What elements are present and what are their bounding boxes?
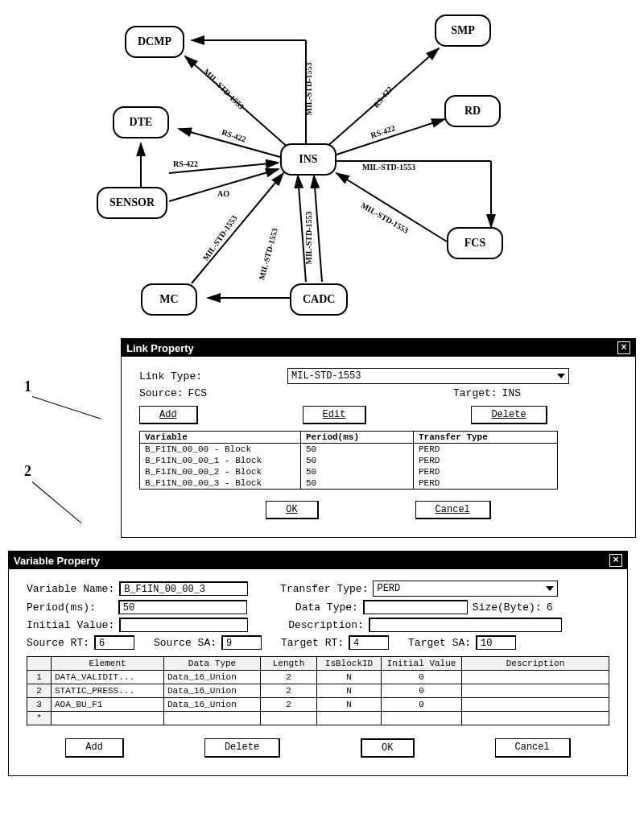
size-label: Size(Byte):	[473, 601, 542, 614]
network-diagram: DCMP SMP DTE RD INS SENSOR FCS MC CADC M…	[0, 0, 644, 338]
node-cadc: CADC	[290, 283, 348, 316]
transfer-combo[interactable]: PERD	[373, 581, 558, 597]
edge-cadc-mc: MIL-STD-1553	[257, 227, 279, 281]
list-item[interactable]: B_F1IN_00_00_2 - Block 50 PERD	[140, 466, 557, 477]
source-label: Source:	[139, 387, 184, 399]
node-fcs: FCS	[447, 227, 503, 259]
transfer-label: Transfer Type:	[280, 583, 368, 595]
link-property-dialog: Link Property × Link Type: MIL-STD-1553 …	[121, 338, 636, 538]
transfer-value: PERD	[377, 583, 400, 594]
add-button[interactable]: Add	[65, 738, 124, 758]
initval-label: Initial Value:	[27, 619, 114, 631]
link-property-title: Link Property	[126, 342, 194, 354]
ok-button[interactable]: OK	[361, 738, 414, 758]
table-row[interactable]: 2 STATIC_PRESS... Data_16_Union 2 N 0	[27, 684, 609, 698]
col-transfer: Transfer Type	[414, 432, 543, 443]
annotation-2-line	[32, 481, 82, 523]
target-label: Target:	[453, 387, 497, 399]
link-type-label: Link Type:	[139, 370, 202, 382]
period-input[interactable]: 50	[118, 600, 247, 614]
cancel-button[interactable]: Cancel	[495, 738, 571, 758]
table-row[interactable]: 1 DATA_VALIDIT... Data_16_Union 2 N 0	[27, 671, 609, 684]
delete-button[interactable]: Delete	[471, 406, 547, 424]
ok-button[interactable]: OK	[266, 501, 318, 519]
annotation-1-line	[32, 396, 101, 419]
col-variable: Variable	[140, 432, 301, 443]
variable-property-title: Variable Property	[14, 555, 100, 567]
src-rt-input[interactable]: 6	[94, 635, 134, 650]
varname-label: Variable Name:	[27, 583, 114, 595]
edit-button[interactable]: Edit	[303, 406, 367, 424]
edge-ins-fcs: MIL-STD-1553	[362, 163, 415, 171]
node-rd: RD	[444, 95, 501, 127]
edge-mc-ins: MIL-STD-1553	[201, 213, 239, 262]
tgt-sa-input[interactable]: 10	[476, 635, 516, 650]
chevron-down-icon	[557, 374, 565, 378]
size-value: 6	[547, 601, 553, 614]
src-sa-label: Source SA:	[154, 637, 217, 649]
edge-ins-top: MIL-STD-1553	[304, 62, 313, 115]
tgt-rt-label: Target RT:	[281, 637, 344, 649]
col-initval: Initial Value	[382, 657, 462, 671]
col-dtype: Data Type	[164, 657, 261, 671]
list-item[interactable]: B_F1IN_00_00_1 - Block 50 PERD	[140, 455, 557, 466]
node-smp: SMP	[435, 14, 491, 47]
node-mc: MC	[141, 283, 197, 316]
varname-input[interactable]: B_F1IN_00_00_3	[119, 581, 248, 596]
annotation-2: 2	[24, 463, 31, 480]
initval-input[interactable]	[119, 618, 248, 632]
period-label: Period(ms):	[27, 601, 96, 614]
table-row-new[interactable]: *	[27, 712, 609, 725]
edge-dte-ins: RS-422	[221, 127, 247, 143]
col-desc: Description	[462, 657, 609, 671]
col-period: Period(ms)	[301, 432, 414, 443]
edge-sensor-dte: RS-422	[173, 159, 198, 168]
edge-smp-ins: RS-422	[371, 85, 394, 109]
svg-line-12	[314, 176, 322, 282]
node-dcmp: DCMP	[125, 26, 184, 58]
src-sa-input[interactable]: 9	[221, 635, 262, 650]
src-rt-label: Source RT:	[27, 637, 89, 649]
cancel-button[interactable]: Cancel	[415, 501, 491, 519]
tgt-rt-input[interactable]: 4	[349, 635, 389, 650]
node-ins: INS	[280, 143, 336, 176]
link-type-value: MIL-STD-1553	[291, 370, 361, 382]
list-item[interactable]: B_F1IN_00_00 - Block 50 PERD	[140, 444, 557, 455]
link-type-combo[interactable]: MIL-STD-1553	[287, 368, 569, 384]
list-item[interactable]: B_F1IN_00_00_3 - Block 50 PERD	[140, 477, 557, 489]
delete-button[interactable]: Delete	[204, 738, 280, 758]
variable-property-dialog: Variable Property × Variable Name: B_F1I…	[8, 551, 628, 776]
target-value: INS	[502, 387, 521, 399]
col-length: Length	[261, 657, 317, 671]
edge-fcs-ins: MIL-STD-1553	[360, 200, 411, 235]
close-icon[interactable]: ×	[609, 554, 622, 567]
datatype-input[interactable]	[363, 600, 468, 614]
col-isblock: IsBlockID	[317, 657, 382, 671]
svg-line-15	[336, 173, 447, 242]
desc-label: Description:	[288, 619, 364, 631]
col-element: Element	[52, 657, 164, 671]
desc-input[interactable]	[369, 618, 562, 632]
add-button[interactable]: Add	[139, 406, 198, 424]
edge-cadc-ins: MIL-STD-1553	[304, 211, 313, 264]
node-dte: DTE	[113, 106, 169, 138]
close-icon[interactable]: ×	[617, 341, 630, 354]
source-value: FCS	[188, 387, 207, 399]
edge-sensor-ins: AO	[217, 189, 229, 198]
chevron-down-icon	[546, 586, 554, 591]
node-sensor: SENSOR	[97, 187, 167, 219]
edge-dcmp-ins: MIL-STD-1553	[202, 67, 246, 111]
variable-list[interactable]: Variable Period(ms) Transfer Type B_F1IN…	[139, 431, 558, 490]
element-table[interactable]: Element Data Type Length IsBlockID Initi…	[27, 656, 609, 725]
annotation-1: 1	[24, 378, 31, 395]
edge-rd-ins: RS-422	[369, 123, 396, 139]
table-row[interactable]: 3 AOA_BU_F1 Data_16_Union 2 N 0	[27, 698, 609, 712]
datatype-label: Data Type:	[295, 601, 358, 614]
tgt-sa-label: Target SA:	[408, 637, 471, 649]
